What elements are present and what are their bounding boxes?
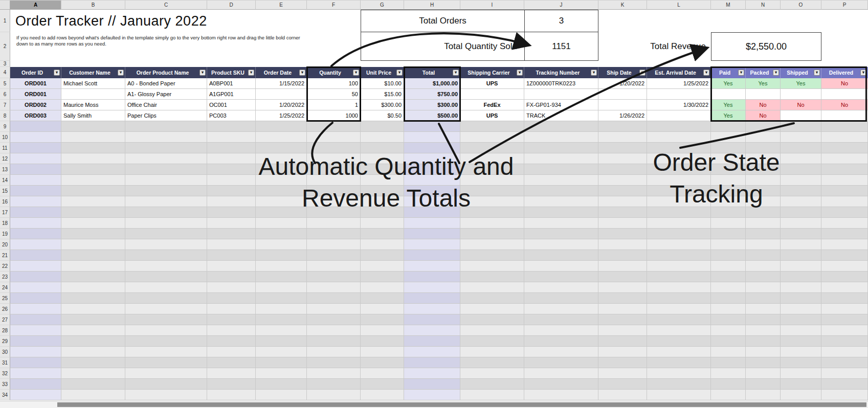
empty-cell[interactable] — [647, 143, 711, 153]
empty-cell[interactable] — [746, 153, 781, 164]
empty-cell[interactable] — [711, 207, 746, 218]
column-letter-E[interactable]: E — [256, 1, 307, 10]
empty-cell[interactable] — [361, 132, 404, 143]
filter-dropdown-icon[interactable]: ▾ — [248, 70, 254, 76]
empty-cell[interactable] — [711, 304, 746, 314]
empty-cell[interactable] — [207, 250, 256, 261]
empty-cell[interactable] — [647, 379, 711, 390]
empty-cell[interactable] — [207, 175, 256, 186]
empty-cell[interactable] — [207, 261, 256, 271]
empty-cell[interactable] — [361, 207, 404, 218]
cell-ship-date[interactable] — [598, 89, 647, 100]
header-customer-name[interactable]: Customer Name▾ — [61, 67, 125, 78]
empty-cell[interactable] — [207, 357, 256, 368]
empty-cell[interactable] — [10, 271, 61, 282]
empty-cell[interactable] — [256, 175, 307, 186]
empty-cell[interactable] — [598, 347, 647, 357]
empty-cell[interactable] — [460, 379, 524, 390]
empty-cell[interactable] — [207, 271, 256, 282]
empty-cell[interactable] — [61, 196, 125, 207]
empty-cell[interactable] — [307, 250, 361, 261]
empty-cell[interactable] — [460, 261, 524, 271]
empty-cell[interactable] — [821, 293, 868, 304]
row-number[interactable]: 28 — [0, 325, 10, 336]
empty-cell[interactable] — [404, 175, 460, 186]
empty-cell[interactable] — [125, 164, 207, 175]
empty-cell[interactable] — [821, 250, 868, 261]
empty-cell[interactable] — [781, 271, 821, 282]
row-number[interactable]: 21 — [0, 250, 10, 261]
empty-cell[interactable] — [256, 132, 307, 143]
row-number[interactable]: 1 — [0, 10, 10, 32]
empty-cell[interactable] — [746, 250, 781, 261]
empty-cell[interactable] — [10, 368, 61, 379]
empty-cell[interactable] — [821, 336, 868, 347]
column-letter-K[interactable]: K — [598, 1, 647, 10]
empty-cell[interactable] — [781, 121, 821, 132]
cell-product-sku[interactable]: A0BP001 — [207, 78, 256, 89]
empty-cell[interactable] — [524, 186, 598, 196]
empty-cell[interactable] — [404, 314, 460, 325]
cell-tracking-number[interactable]: TRACK — [524, 110, 598, 121]
empty-cell[interactable] — [821, 239, 868, 250]
empty-cell[interactable] — [711, 164, 746, 175]
empty-cell[interactable] — [207, 368, 256, 379]
cell-total[interactable]: $750.00 — [404, 89, 460, 100]
empty-cell[interactable] — [307, 293, 361, 304]
empty-cell[interactable] — [647, 153, 711, 164]
row-number[interactable]: 17 — [0, 207, 10, 218]
column-letter-C[interactable]: C — [125, 1, 207, 10]
total-orders-value[interactable]: 3 — [524, 10, 598, 32]
empty-cell[interactable] — [647, 271, 711, 282]
header-product-sku[interactable]: Product SKU▾ — [207, 67, 256, 78]
empty-cell[interactable] — [307, 239, 361, 250]
cell-unit-price[interactable]: $300.00 — [361, 100, 404, 110]
empty-cell[interactable] — [361, 390, 404, 400]
empty-cell[interactable] — [10, 390, 61, 400]
row-number[interactable]: 30 — [0, 347, 10, 357]
empty-cell[interactable] — [61, 186, 125, 196]
cell-shipped[interactable] — [781, 89, 821, 100]
cell-tracking-number[interactable]: FX-GP01-934 — [524, 100, 598, 110]
empty-cell[interactable] — [307, 175, 361, 186]
cell-order-id[interactable]: ORD002 — [10, 100, 61, 110]
cell-order-date[interactable] — [256, 89, 307, 100]
empty-cell[interactable] — [125, 239, 207, 250]
cell-product-name[interactable]: A0 - Bonded Paper — [125, 78, 207, 89]
header-packed[interactable]: Packed▾ — [746, 67, 781, 78]
row-number[interactable]: 13 — [0, 164, 10, 175]
empty-cell[interactable] — [781, 368, 821, 379]
empty-cell[interactable] — [10, 293, 61, 304]
empty-cell[interactable] — [10, 196, 61, 207]
header-est-arrival-date[interactable]: Est. Arrival Date▾ — [647, 67, 711, 78]
filter-dropdown-icon[interactable]: ▾ — [353, 70, 359, 76]
cell-delivered[interactable]: No — [821, 78, 868, 89]
empty-cell[interactable] — [207, 304, 256, 314]
empty-cell[interactable] — [125, 250, 207, 261]
empty-cell[interactable] — [10, 250, 61, 261]
cell-ship-date[interactable]: 1/26/2022 — [598, 110, 647, 121]
empty-cell[interactable] — [711, 121, 746, 132]
empty-cell[interactable] — [256, 325, 307, 336]
row-number[interactable]: 33 — [0, 379, 10, 390]
empty-cell[interactable] — [256, 357, 307, 368]
empty-cell[interactable] — [460, 271, 524, 282]
column-letter-M[interactable]: M — [711, 1, 746, 10]
cell-product-sku[interactable]: PC003 — [207, 110, 256, 121]
empty-cell[interactable] — [711, 132, 746, 143]
empty-cell[interactable] — [647, 390, 711, 400]
empty-cell[interactable] — [207, 390, 256, 400]
empty-cell[interactable] — [207, 239, 256, 250]
empty-cell[interactable] — [404, 132, 460, 143]
total-quantity-value[interactable]: 1151 — [524, 32, 598, 61]
empty-cell[interactable] — [61, 304, 125, 314]
empty-cell[interactable] — [647, 207, 711, 218]
empty-cell[interactable] — [207, 336, 256, 347]
filter-dropdown-icon[interactable]: ▾ — [773, 70, 779, 76]
empty-cell[interactable] — [207, 121, 256, 132]
row-number[interactable]: 3 — [0, 61, 10, 67]
filter-dropdown-icon[interactable]: ▾ — [54, 70, 60, 76]
empty-cell[interactable] — [460, 250, 524, 261]
empty-cell[interactable] — [781, 186, 821, 196]
empty-cell[interactable] — [207, 347, 256, 357]
